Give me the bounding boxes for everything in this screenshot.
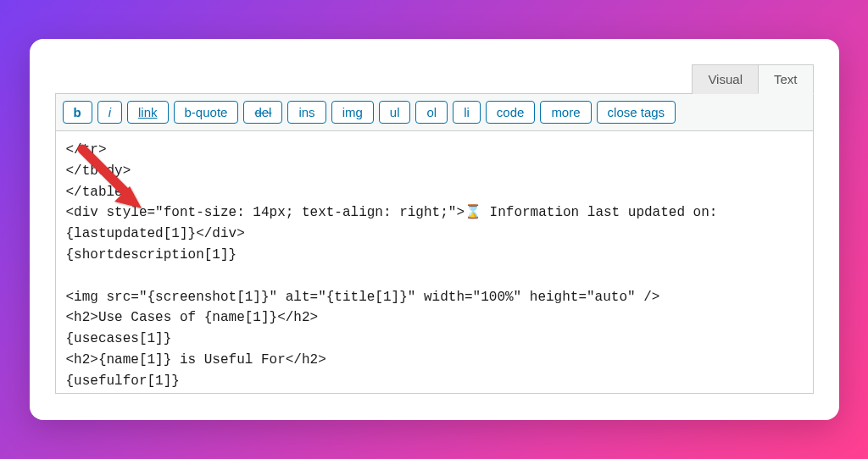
del-button[interactable]: del bbox=[243, 101, 282, 124]
bquote-button[interactable]: b-quote bbox=[174, 101, 239, 124]
ins-button[interactable]: ins bbox=[287, 101, 326, 124]
editor-tabs: Visual Text bbox=[55, 64, 814, 94]
link-button[interactable]: link bbox=[127, 101, 169, 124]
ul-button[interactable]: ul bbox=[379, 101, 411, 124]
editor-toolbar: b i link b-quote del ins img ul ol li co… bbox=[55, 93, 814, 131]
closetags-button[interactable]: close tags bbox=[597, 101, 676, 124]
ol-button[interactable]: ol bbox=[415, 101, 448, 124]
img-button[interactable]: img bbox=[331, 101, 374, 124]
bold-button[interactable]: b bbox=[63, 101, 92, 124]
tab-text[interactable]: Text bbox=[758, 64, 814, 94]
tab-visual[interactable]: Visual bbox=[692, 64, 758, 94]
more-button[interactable]: more bbox=[540, 101, 591, 124]
italic-button[interactable]: i bbox=[97, 101, 122, 124]
code-textarea[interactable]: </tr> </tbody> </table> <div style="font… bbox=[55, 131, 814, 394]
code-button[interactable]: code bbox=[486, 101, 536, 124]
editor-card: Visual Text b i link b-quote del ins img… bbox=[30, 39, 839, 420]
li-button[interactable]: li bbox=[453, 101, 481, 124]
